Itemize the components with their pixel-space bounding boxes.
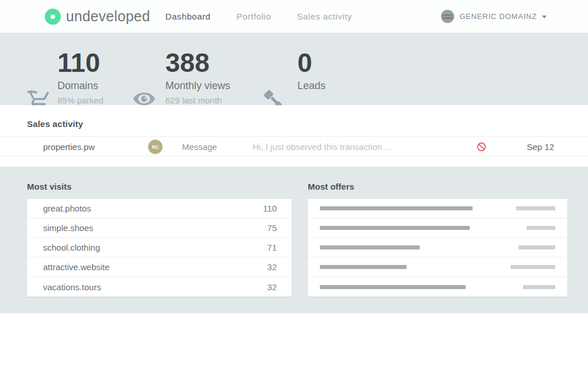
sales-activity-section: Sales activity properties.pw RC Message … [0, 105, 588, 167]
offer-domain-placeholder-bar [320, 265, 407, 269]
stat-leads-value: 0 [297, 49, 326, 76]
most-visits-row[interactable]: attractive.website 32 [27, 257, 292, 277]
nav-dashboard[interactable]: Dashboard [165, 11, 211, 21]
nav-portfolio[interactable]: Portfolio [237, 11, 271, 21]
offer-value-placeholder-bar [519, 245, 555, 249]
brand-logo-icon [45, 9, 61, 25]
chevron-down-icon [542, 16, 547, 18]
sales-activity-title: Sales activity [27, 119, 83, 129]
stat-domains: 110 Domains 85% parked [57, 33, 103, 105]
user-menu[interactable]: GENERIC DOMAINZ GENERIC DOMAINZ [441, 0, 547, 33]
most-visits-row[interactable]: vacations.tours 32 [27, 277, 292, 297]
most-offers-row[interactable] [308, 218, 567, 238]
footer-whitespace [0, 313, 588, 369]
offer-value-placeholder-bar [510, 265, 555, 269]
visit-count: 110 [263, 203, 277, 213]
panels-band: Most visits great.photos 110 simple.shoe… [0, 167, 588, 313]
stat-views-sub: 629 last month [165, 95, 230, 105]
most-offers-row[interactable] [308, 257, 567, 277]
offer-domain-placeholder-bar [320, 206, 473, 210]
visit-domain[interactable]: great.photos [43, 203, 91, 213]
stat-views-value: 388 [165, 49, 230, 76]
nav-sales-activity[interactable]: Sales activity [297, 11, 352, 21]
stat-domains-sub: 85% parked [57, 95, 103, 105]
avatar: GENERIC DOMAINZ [441, 10, 454, 23]
offer-value-placeholder-bar [516, 206, 555, 210]
visit-domain[interactable]: vacations.tours [43, 282, 101, 292]
buyer-avatar: RC [148, 140, 163, 154]
most-visits-row[interactable]: simple.shoes 75 [27, 218, 292, 238]
most-visits-row[interactable]: school.clothing 71 [27, 238, 292, 257]
stat-domains-label: Domains [57, 80, 103, 92]
most-offers-row[interactable] [308, 238, 567, 257]
brand-logo[interactable]: undeveloped [45, 0, 150, 33]
offer-domain-placeholder-bar [320, 245, 420, 249]
sales-row-date: Sep 12 [527, 142, 554, 152]
stat-views-label: Monthly views [165, 80, 230, 92]
most-visits-row[interactable]: great.photos 110 [27, 199, 292, 218]
most-offers-title: Most offers [308, 182, 354, 191]
most-visits-card: great.photos 110 simple.shoes 75 school.… [27, 199, 292, 297]
sales-activity-row[interactable]: properties.pw RC Message Hi, I just obse… [0, 136, 588, 156]
user-name: GENERIC DOMAINZ [459, 12, 537, 21]
top-navbar: undeveloped Dashboard Portfolio Sales ac… [0, 0, 588, 33]
stat-domains-value: 110 [57, 49, 103, 76]
visit-domain[interactable]: attractive.website [43, 262, 110, 272]
stat-leads-label: Leads [297, 80, 326, 92]
offer-domain-placeholder-bar [320, 285, 466, 289]
visit-domain[interactable]: school.clothing [43, 243, 100, 252]
offer-value-placeholder-bar [527, 226, 555, 230]
visit-count: 75 [267, 223, 277, 233]
most-visits-title: Most visits [27, 182, 72, 191]
visit-count: 71 [267, 243, 277, 252]
stat-monthly-views: 388 Monthly views 629 last month [165, 33, 230, 105]
brand-name: undeveloped [66, 8, 150, 25]
offer-domain-placeholder-bar [320, 226, 470, 230]
offer-value-placeholder-bar [523, 285, 555, 289]
blocked-icon [477, 142, 486, 152]
sales-row-message-preview: Hi, I just observed this transaction ... [253, 142, 392, 152]
visit-count: 32 [267, 282, 277, 292]
most-offers-row[interactable] [308, 277, 567, 297]
sales-row-domain[interactable]: properties.pw [43, 142, 95, 152]
main-nav: Dashboard Portfolio Sales activity [165, 0, 352, 33]
stat-leads: 0 Leads [297, 33, 326, 105]
visit-domain[interactable]: simple.shoes [43, 223, 94, 233]
visit-count: 32 [267, 262, 277, 272]
sales-row-type: Message [182, 142, 217, 152]
most-offers-row[interactable] [308, 199, 567, 218]
most-offers-card [308, 199, 567, 297]
stats-band: 110 Domains 85% parked 388 Monthly views… [0, 33, 588, 105]
